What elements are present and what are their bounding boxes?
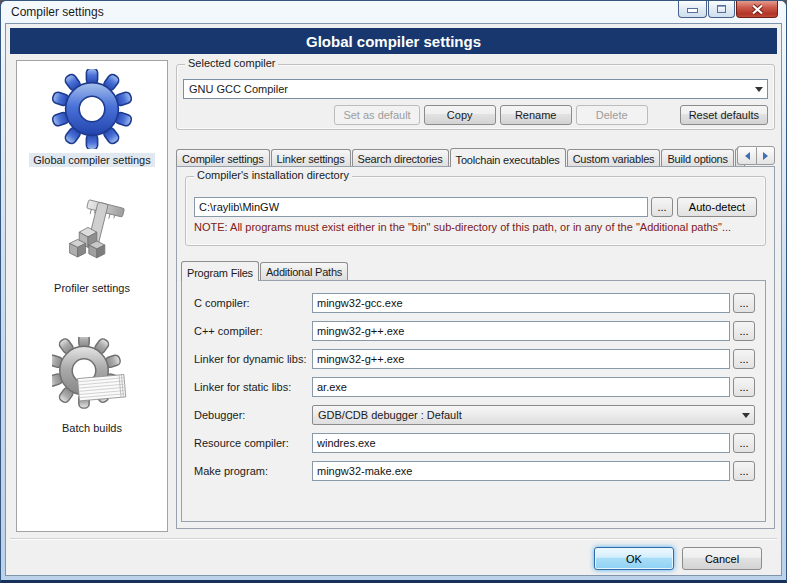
sidebar-item-global-compiler-settings[interactable]: Global compiler settings	[17, 69, 167, 167]
minimize-icon	[688, 9, 697, 12]
installation-directory-browse-button[interactable]: ...	[651, 197, 673, 217]
field-row-c-compiler: C compiler:...	[194, 293, 755, 313]
program-files-tabstrip: Program FilesAdditional Paths	[181, 258, 774, 280]
maximize-icon	[717, 5, 726, 13]
settings-tabstrip: Compiler settingsLinker settingsSearch d…	[176, 143, 775, 167]
blue-gear-icon	[52, 69, 132, 149]
reset-defaults-button[interactable]: Reset defaults	[680, 105, 768, 125]
delete-button[interactable]: Delete	[576, 105, 648, 125]
installation-directory-group: Compiler's installation directory ... Au…	[185, 176, 766, 246]
close-button[interactable]	[736, 1, 778, 18]
field-label: Linker for static libs:	[194, 381, 312, 393]
debugger-combobox[interactable]: GDB/CDB debugger : Default	[312, 405, 755, 425]
sidebar-item-batch-builds[interactable]: Batch builds	[17, 337, 167, 435]
field-input-linker-for-dynamic-libs[interactable]	[312, 349, 730, 369]
field-label: C++ compiler:	[194, 325, 312, 337]
field-input-c-compiler[interactable]	[312, 321, 730, 341]
tab-search-directories[interactable]: Search directories	[352, 149, 449, 167]
tab-scroll-controls	[737, 146, 775, 165]
tab-toolchain-executables[interactable]: Toolchain executables	[450, 148, 566, 167]
settings-category-sidebar: Global compiler settings Profiler settin…	[16, 60, 168, 532]
ok-button[interactable]: OK	[594, 547, 674, 570]
rename-button[interactable]: Rename	[500, 105, 572, 125]
field-label: Debugger:	[194, 409, 312, 421]
dialog-window: Compiler settings Global compiler settin…	[0, 0, 787, 583]
window-title: Compiler settings	[11, 5, 104, 19]
field-row-debugger: Debugger:GDB/CDB debugger : Default	[194, 405, 755, 425]
close-icon	[751, 4, 764, 15]
minimize-button[interactable]	[678, 1, 707, 18]
field-row-c-compiler: C++ compiler:...	[194, 321, 755, 341]
installation-directory-row: ... Auto-detect	[194, 197, 757, 217]
chevron-down-icon	[737, 413, 754, 418]
field-input-resource-compiler[interactable]	[312, 433, 730, 453]
field-row-resource-compiler: Resource compiler:...	[194, 433, 755, 453]
maximize-button[interactable]	[708, 1, 735, 18]
browse-button[interactable]: ...	[733, 433, 755, 453]
selected-compiler-group-label: Selected compiler	[185, 57, 278, 69]
sidebar-item-label: Batch builds	[58, 421, 126, 435]
set-as-default-button[interactable]: Set as default	[334, 105, 419, 125]
installation-directory-input[interactable]	[194, 197, 648, 217]
field-input-c-compiler[interactable]	[312, 293, 730, 313]
cancel-button[interactable]: Cancel	[682, 547, 762, 570]
sidebar-item-label: Global compiler settings	[29, 153, 154, 167]
tabs: Compiler settingsLinker settingsSearch d…	[176, 148, 735, 167]
sidebar-item-profiler-settings[interactable]: Profiler settings	[17, 197, 167, 295]
tab-compiler-settings[interactable]: Compiler settings	[176, 149, 270, 167]
browse-button[interactable]: ...	[733, 293, 755, 313]
compiler-actions: Set as defaultCopyRenameDeleteReset defa…	[177, 105, 768, 125]
field-label: Make program:	[194, 465, 312, 477]
program-files-page: C compiler:...C++ compiler:...Linker for…	[181, 280, 766, 522]
installation-note: NOTE: All programs must exist either in …	[194, 221, 757, 233]
arrow-left-icon	[745, 152, 750, 160]
field-row-linker-for-dynamic-libs: Linker for dynamic libs:...	[194, 349, 755, 369]
selected-compiler-combobox[interactable]: GNU GCC Compiler	[183, 79, 768, 99]
field-label: Linker for dynamic libs:	[194, 353, 312, 365]
subtab-program-files[interactable]: Program Files	[181, 261, 259, 281]
title-bar[interactable]: Compiler settings	[1, 1, 786, 23]
toolchain-executables-page: Compiler's installation directory ... Au…	[176, 166, 775, 529]
arrow-right-icon	[763, 152, 768, 160]
field-input-linker-for-static-libs[interactable]	[312, 377, 730, 397]
field-label: Resource compiler:	[194, 437, 312, 449]
page-title: Global compiler settings	[10, 28, 777, 54]
auto-detect-button[interactable]: Auto-detect	[677, 197, 757, 217]
chevron-down-icon	[750, 87, 767, 92]
tab-scroll-left-button[interactable]	[737, 146, 756, 165]
combobox-value: GDB/CDB debugger : Default	[318, 409, 737, 421]
copy-button[interactable]: Copy	[424, 105, 496, 125]
field-row-make-program: Make program:...	[194, 461, 755, 481]
selected-compiler-value: GNU GCC Compiler	[189, 83, 750, 95]
window-controls	[678, 1, 778, 18]
gray-gear-papers-icon	[52, 337, 132, 417]
tab-linker-settings[interactable]: Linker settings	[271, 149, 351, 167]
browse-button[interactable]: ...	[733, 461, 755, 481]
selected-compiler-group: Selected compiler GNU GCC Compiler Set a…	[176, 64, 775, 130]
subtab-additional-paths[interactable]: Additional Paths	[260, 262, 348, 280]
tab-scroll-right-button[interactable]	[756, 146, 775, 165]
field-input-make-program[interactable]	[312, 461, 730, 481]
caliper-icon	[52, 197, 132, 277]
footer-separator	[10, 538, 777, 540]
tab-custom-variables[interactable]: Custom variables	[567, 149, 661, 167]
browse-button[interactable]: ...	[733, 377, 755, 397]
sidebar-item-label: Profiler settings	[50, 281, 134, 295]
installation-directory-group-label: Compiler's installation directory	[194, 169, 352, 181]
dialog-client-area: Global compiler settings Global compiler…	[5, 23, 782, 576]
browse-button[interactable]: ...	[733, 349, 755, 369]
field-label: C compiler:	[194, 297, 312, 309]
tab-build-options[interactable]: Build options	[661, 149, 733, 167]
browse-button[interactable]: ...	[733, 321, 755, 341]
field-row-linker-for-static-libs: Linker for static libs:...	[194, 377, 755, 397]
